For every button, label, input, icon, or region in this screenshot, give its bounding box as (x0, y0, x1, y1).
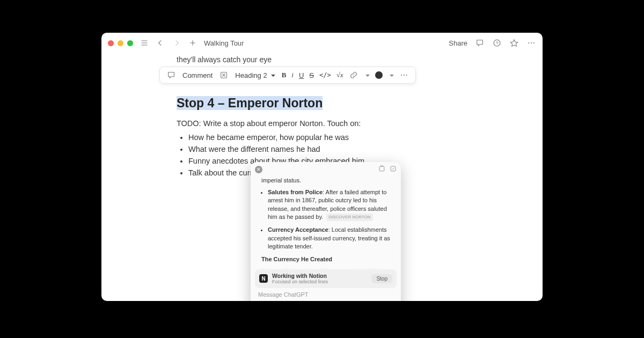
svg-point-13 (406, 75, 407, 76)
history-icon[interactable] (492, 38, 502, 48)
share-button[interactable]: Share (449, 39, 467, 47)
svg-point-9 (533, 42, 535, 43)
back-button[interactable] (156, 38, 165, 48)
body-text: they'll always catch your eye (177, 55, 467, 64)
input-toolbar: Search GPT-4o (251, 299, 401, 301)
sidebar-toggle-icon[interactable] (140, 38, 149, 48)
code-button[interactable]: </> (319, 71, 331, 79)
heading-stop-4[interactable]: Stop 4 – Emperor Norton (177, 96, 323, 110)
text-color-button[interactable] (375, 71, 383, 79)
titlebar: Walking Tour Share (101, 33, 543, 53)
expand-icon[interactable] (390, 165, 397, 173)
stop-button[interactable]: Stop (371, 274, 392, 283)
comment-button[interactable]: Comment (182, 71, 213, 79)
comment-icon[interactable] (166, 70, 176, 80)
zoom-window-button[interactable] (127, 40, 133, 46)
chevron-down-icon (364, 71, 370, 79)
panel-close-button[interactable]: ✕ (255, 166, 262, 173)
equation-button[interactable]: √x (336, 71, 343, 79)
assistant-response[interactable]: imperial status. Salutes from Police: Af… (251, 177, 401, 269)
comments-icon[interactable] (475, 38, 485, 48)
favorite-icon[interactable] (509, 38, 519, 48)
italic-button[interactable]: i (291, 71, 294, 79)
context-title: Working with Notion (272, 273, 367, 280)
app-window: Walking Tour Share they'll always catch … (101, 33, 543, 301)
screenshot-icon[interactable] (378, 165, 385, 173)
app-context-icon: N (259, 274, 268, 283)
formatting-toolbar: Comment Heading 2 B i U S </> √x (159, 67, 416, 84)
strikethrough-button[interactable]: S (309, 71, 314, 79)
response-fragment: imperial status. (261, 177, 392, 185)
context-subtitle: Focused on selected lines (272, 279, 367, 285)
chevron-down-icon (388, 71, 394, 79)
message-input[interactable]: Message ChatGPT (251, 288, 401, 299)
window-controls (108, 40, 133, 46)
source-chip[interactable]: DISCOVER NORTON (326, 214, 372, 221)
bold-button[interactable]: B (282, 71, 287, 79)
list-item: What were the different names he had (188, 145, 467, 153)
svg-rect-14 (379, 166, 384, 171)
close-window-button[interactable] (108, 40, 114, 46)
svg-point-7 (528, 42, 529, 43)
list-item: How he became emperor, how popular he wa… (188, 133, 467, 142)
todo-line: TODO: Write a stop about emperor Norton.… (177, 119, 467, 128)
minimize-window-button[interactable] (118, 40, 123, 46)
underline-button[interactable]: U (299, 71, 304, 79)
ai-rewrite-icon[interactable] (219, 70, 229, 80)
chevron-down-icon (269, 71, 275, 79)
new-page-button[interactable] (188, 38, 197, 48)
svg-marker-6 (510, 40, 517, 46)
response-item: Salutes from Police: After a failed atte… (268, 188, 392, 222)
svg-point-11 (401, 75, 402, 76)
assistant-panel: ✕ imperial status. Salutes from Police: … (251, 162, 401, 301)
link-button[interactable] (349, 70, 358, 80)
forward-button[interactable] (172, 38, 181, 48)
context-row: N Working with Notion Focused on selecte… (255, 269, 397, 288)
more-icon[interactable] (526, 38, 536, 48)
response-item: Currency Acceptance: Local establishment… (268, 226, 392, 251)
text-style-dropdown[interactable]: Heading 2 (235, 71, 275, 79)
svg-point-8 (531, 42, 532, 43)
svg-point-12 (404, 75, 405, 76)
page-title[interactable]: Walking Tour (204, 39, 244, 47)
more-formatting-icon[interactable] (399, 70, 409, 80)
